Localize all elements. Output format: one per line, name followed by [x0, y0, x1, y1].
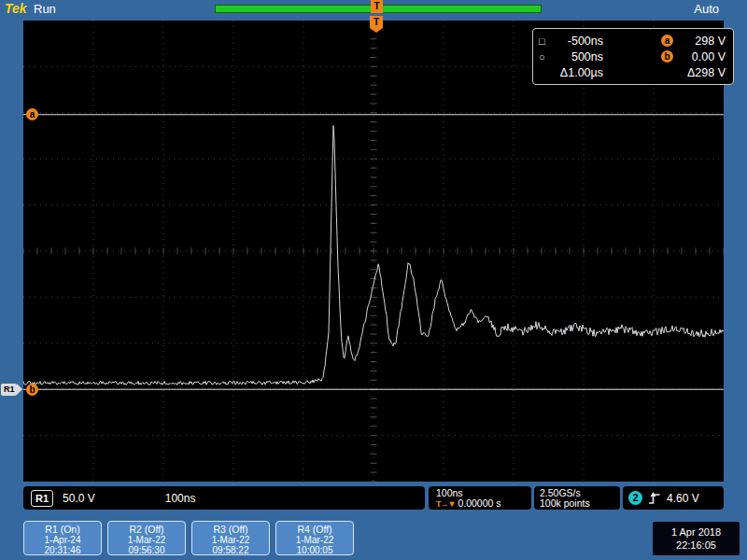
ref3-button-time: 09:58:22	[192, 545, 269, 555]
ref2-button[interactable]: R2 (Off) 1-Mar-22 09:56:30	[107, 521, 186, 555]
ref1-button-label: R1 (On)	[24, 525, 101, 535]
trigger-mode-status: Auto	[694, 2, 719, 16]
record-trigger-marker[interactable]: T	[371, 0, 383, 13]
acquisition-status: Run	[34, 2, 56, 16]
cursor-a-row: □ -500ns a 298 V	[539, 33, 726, 49]
graticule: T a b □ -500ns a 298 V ○ 500ns b 0.00 V …	[23, 21, 724, 482]
ref4-button[interactable]: R4 (Off) 1-Mar-22 10:00:05	[275, 521, 354, 555]
ref1-badge: R1	[31, 490, 53, 507]
ref1-vertical-scale: 50.0 V	[63, 492, 95, 505]
rising-edge-icon	[648, 491, 661, 506]
cursor-readout-panel: □ -500ns a 298 V ○ 500ns b 0.00 V Δ1.00µ…	[532, 28, 734, 85]
cursor-a-time: -500ns	[551, 35, 603, 48]
trigger-source-badge: 2	[628, 491, 642, 505]
ref1-horizontal-scale: 100ns	[165, 492, 196, 505]
cursor-b-voltage: 0.00 V	[673, 50, 726, 63]
ref4-button-label: R4 (Off)	[276, 525, 353, 535]
cursor-b-badge[interactable]: b	[26, 384, 38, 396]
ref1-button-time: 20:31:46	[24, 545, 101, 555]
trigger-position-icon: T→▼	[436, 499, 455, 509]
clock-date: 1 Apr 2018	[653, 525, 740, 539]
cursor-b-label: b	[661, 50, 673, 63]
ref1-ground-marker[interactable]: R1	[1, 384, 17, 396]
record-length: 100k points	[540, 498, 620, 509]
cursor-delta-time: Δ1.00µs	[539, 66, 603, 79]
cursor-a-shape-icon: □	[539, 35, 551, 47]
graticule-svg	[23, 21, 724, 482]
cursor-b-row: ○ 500ns b 0.00 V	[539, 49, 726, 64]
ref4-button-date: 1-Mar-22	[276, 535, 353, 545]
clock: 1 Apr 2018 22:16:05	[653, 522, 740, 555]
tek-logo: Tek	[5, 1, 27, 16]
cursor-delta-row: Δ1.00µs Δ298 V	[539, 64, 726, 80]
cursor-b-shape-icon: ○	[539, 51, 551, 63]
cursor-b-time: 500ns	[551, 50, 603, 63]
clock-time: 22:16:05	[653, 539, 740, 552]
acquisition-readout: 2.50GS/s 100k points	[534, 486, 620, 510]
ref2-button-label: R2 (Off)	[108, 525, 185, 535]
ref3-button[interactable]: R3 (Off) 1-Mar-22 09:58:22	[191, 521, 270, 555]
ref2-button-date: 1-Mar-22	[108, 535, 185, 545]
ref3-button-label: R3 (Off)	[192, 525, 269, 535]
ref2-button-time: 09:56:30	[108, 545, 185, 555]
trigger-readout: 2 4.60 V	[623, 486, 724, 510]
horizontal-position: 0.00000 s	[458, 497, 500, 509]
horizontal-readout: 100ns T→▼0.00000 s	[429, 486, 531, 510]
cursor-delta-voltage: Δ298 V	[659, 66, 726, 79]
trigger-position-flag[interactable]: T	[370, 16, 383, 28]
ref1-button[interactable]: R1 (On) 1-Apr-24 20:31:46	[23, 521, 102, 555]
trigger-level: 4.60 V	[667, 492, 699, 505]
ref1-ground-label: R1	[4, 385, 15, 394]
horizontal-position-row: T→▼0.00000 s	[436, 498, 531, 510]
ref3-button-date: 1-Mar-22	[192, 535, 269, 545]
cursor-a-label: a	[661, 35, 673, 47]
ref1-button-date: 1-Apr-24	[24, 535, 101, 545]
ref1-scale-readout: R1 50.0 V 100ns	[23, 486, 425, 510]
ref4-button-time: 10:00:05	[276, 545, 353, 555]
cursor-a-voltage: 298 V	[673, 35, 726, 48]
